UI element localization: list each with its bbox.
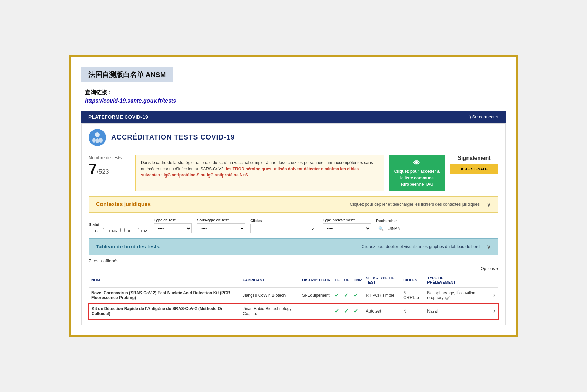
cell-arrow[interactable]: › (491, 303, 498, 319)
cell-sous-type: Autotest (364, 303, 402, 319)
tableau-bar[interactable]: Tableau de bord des tests Cliquez pour d… (89, 238, 498, 255)
filter-rechercher: Rechercher 🔍 (376, 219, 443, 233)
logo (89, 129, 106, 146)
filters-row: Statut CE CNR UE HAS Type de test ---- S… (89, 218, 498, 233)
contextes-bar[interactable]: Contextes juridiques Cliquez pour déplie… (89, 196, 498, 213)
cell-type-prelevement: Nasopharyngé, Écouvillon oropharyngé (425, 287, 491, 303)
table-header: NOM FABRICANT DISTRIBUTEUR CE UE CNR SOU… (89, 273, 498, 287)
sous-type-label: Sous-type de test (197, 218, 245, 222)
tests-count-displayed: 7 tests affichés (89, 258, 498, 264)
outer-frame: 法国自测版白名单 ANSM 查询链接： https://covid-19.san… (69, 55, 518, 337)
tag-button[interactable]: 👁 Cliquez pour accéder à la liste commun… (389, 155, 445, 191)
type-prelevement-label: Type prélèvement (323, 218, 371, 222)
type-test-select[interactable]: ---- (154, 223, 192, 233)
col-type-prelevement: TYPE DEPRÉLÈVEMENT (425, 273, 491, 287)
col-distributeur: DISTRIBUTEUR (300, 273, 333, 287)
signalement-title: Signalement (458, 155, 490, 161)
check-circle-icon: ✔ (354, 308, 358, 314)
signalement-icon: ⊗ (460, 167, 463, 171)
signalement-label: JE SIGNALE (465, 167, 488, 171)
main-content: Accréditation tests Covid-19 Nombre de t… (81, 123, 506, 325)
info-box: Dans le cadre de la stratégie nationale … (135, 155, 384, 191)
count-number-row: 7/523 (89, 162, 130, 176)
checkbox-cnr-label[interactable]: CNR (103, 228, 117, 233)
sous-type-select[interactable]: ---- (197, 223, 245, 233)
filter-cibles: Cibles ∨ (250, 219, 317, 233)
checkbox-ue-label[interactable]: UE (120, 228, 132, 233)
subtitle-text: Accréditation tests Covid-19 (111, 133, 235, 141)
checkbox-has-label[interactable]: HAS (135, 228, 149, 233)
cibles-input[interactable] (251, 224, 308, 233)
cell-cibles: N (401, 303, 425, 319)
header-row: NOM FABRICANT DISTRIBUTEUR CE UE CNR SOU… (89, 273, 498, 287)
query-link[interactable]: https://covid-19.sante.gouv.fr/tests (85, 98, 176, 104)
statut-checkboxes: CE CNR UE HAS (89, 228, 148, 233)
ue-label: UE (126, 229, 132, 233)
filter-type-prelevement: Type prélèvement ---- (323, 218, 371, 233)
checkbox-has[interactable] (135, 228, 139, 232)
tableau-title: Tableau de bord des tests (96, 243, 160, 249)
col-cnr: CNR (352, 273, 364, 287)
filter-type-test: Type de test ---- (154, 218, 192, 233)
checkbox-ue[interactable] (120, 228, 125, 232)
tests-table: NOM FABRICANT DISTRIBUTEUR CE UE CNR SOU… (89, 273, 498, 319)
checkbox-cnr[interactable] (103, 228, 107, 232)
type-prelevement-select[interactable]: ---- (323, 223, 371, 233)
count-number: 7 (89, 161, 97, 177)
cell-ce: ✔ (333, 287, 342, 303)
has-label: HAS (141, 229, 149, 233)
col-action (491, 273, 498, 287)
tag-line2: la liste commune (400, 175, 434, 180)
cibles-chevron-btn[interactable]: ∨ (308, 224, 317, 233)
checkbox-ce-label[interactable]: CE (89, 228, 100, 233)
tag-line3: européenne TAG (400, 182, 433, 187)
cell-cnr: ✔ (352, 287, 364, 303)
svg-point-3 (99, 138, 103, 143)
query-label: 查询链接： (85, 89, 506, 96)
signalement-box: Signalement ⊗ JE SIGNALE (450, 155, 498, 191)
eye-icon: 👁 (413, 159, 420, 167)
cibles-label: Cibles (250, 219, 317, 223)
filter-statut: Statut CE CNR UE HAS (89, 222, 148, 233)
tableau-chevron: ∨ (487, 243, 491, 250)
cibles-input-row: ∨ (250, 224, 317, 233)
svg-point-2 (96, 138, 99, 143)
signalement-button[interactable]: ⊗ JE SIGNALE (450, 164, 498, 174)
statut-label: Statut (89, 222, 148, 227)
tag-line1: Cliquez pour accéder à (394, 169, 440, 174)
filter-sous-type: Sous-type de test ---- (197, 218, 245, 233)
page-title: 法国自测版白名单 ANSM (81, 67, 173, 82)
cell-fabricant: Jiangsu CoWin Biotech (241, 287, 300, 303)
count-total: 523 (98, 168, 109, 175)
contextes-title: Contextes juridiques (96, 201, 151, 208)
tests-count-box: Nombre de tests 7/523 (89, 155, 130, 191)
count-label: Nombre de tests (89, 155, 130, 160)
contextes-chevron: ∨ (487, 201, 491, 208)
cell-type-prelevement: Nasal (425, 303, 491, 319)
logo-row: Accréditation tests Covid-19 (89, 129, 498, 150)
options-button[interactable]: Options ▾ (481, 266, 498, 271)
options-row: Options ▾ (89, 265, 498, 271)
rechercher-input[interactable] (386, 224, 443, 233)
cell-arrow[interactable]: › (491, 287, 498, 303)
cell-nom: Novel Coronavirus (SRAS-CoV-2) Fast Nucl… (89, 287, 241, 303)
tableau-description: Cliquez pour déplier et visualiser les g… (362, 244, 480, 249)
platform-subtitle: Accréditation tests Covid-19 (111, 133, 235, 141)
contextes-description: Cliquez pour déplier et télécharger les … (350, 202, 480, 207)
ce-label: CE (95, 229, 100, 233)
check-circle-icon: ✔ (335, 292, 339, 298)
svg-point-0 (95, 132, 100, 137)
cell-distributeur: SI-Equipement (300, 287, 333, 303)
cell-cibles: N, ORF1ab (401, 287, 425, 303)
login-link[interactable]: →) Se connecter (465, 114, 499, 119)
cell-cnr: ✔ (352, 303, 364, 319)
checkbox-ce[interactable] (89, 228, 93, 232)
cnr-label: CNR (109, 229, 117, 233)
col-ce: CE (333, 273, 342, 287)
type-test-label: Type de test (154, 218, 192, 222)
check-circle-icon: ✔ (335, 308, 339, 314)
col-fabricant: FABRICANT (241, 273, 300, 287)
cell-sous-type: RT PCR simple (364, 287, 402, 303)
check-circle-icon: ✔ (354, 292, 358, 298)
col-nom: NOM (89, 273, 241, 287)
